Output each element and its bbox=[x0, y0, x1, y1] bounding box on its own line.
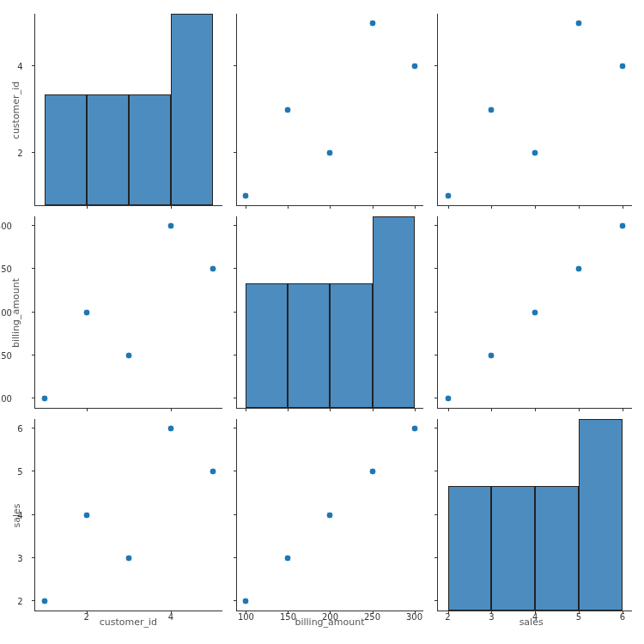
scatter-point bbox=[125, 554, 132, 562]
hist-bar bbox=[246, 283, 288, 408]
panel-sales-vs-sales: 23456 bbox=[430, 414, 632, 617]
panel-customer_id-vs-sales bbox=[430, 9, 632, 211]
hist-bar bbox=[87, 94, 129, 205]
scatter-point bbox=[444, 191, 452, 199]
hist-bar bbox=[373, 216, 415, 408]
scatter-point bbox=[284, 554, 292, 562]
panel-sales-vs-billing_amount: 100150200250300 bbox=[229, 414, 431, 617]
tick-label: 250 bbox=[0, 264, 12, 274]
tick-label: 5 bbox=[17, 467, 22, 477]
scatter-point bbox=[209, 468, 216, 476]
tick-label: 4 bbox=[17, 62, 22, 71]
hist-bar bbox=[288, 283, 330, 408]
scatter-point bbox=[410, 63, 418, 70]
axis-label: billing_amount bbox=[295, 617, 364, 628]
scatter-point bbox=[326, 149, 334, 156]
tick-label: 200 bbox=[0, 307, 12, 317]
tick-label: 100 bbox=[0, 393, 12, 403]
pairplot-grid: customer_id24billing_amount1001502002503… bbox=[0, 0, 644, 644]
xlabel-sales: sales bbox=[430, 617, 632, 639]
axis-label: billing_amount bbox=[11, 277, 22, 347]
hist-bar bbox=[448, 486, 492, 611]
tick-label: 2 bbox=[17, 148, 22, 157]
tick-label: 300 bbox=[0, 222, 12, 231]
tick-label: 2 bbox=[17, 596, 22, 605]
xlabel-customer_id: customer_id bbox=[27, 617, 229, 639]
scatter-point bbox=[40, 597, 48, 605]
scatter-point bbox=[532, 149, 539, 156]
panel-customer_id-vs-customer_id: 24 bbox=[27, 9, 229, 211]
hist-bar bbox=[129, 94, 171, 205]
scatter-point bbox=[82, 308, 90, 316]
scatter-point bbox=[444, 394, 452, 402]
ylabel-customer_id: customer_id bbox=[5, 9, 27, 211]
hist-bar bbox=[491, 486, 535, 611]
scatter-point bbox=[488, 351, 495, 359]
scatter-point bbox=[574, 20, 582, 27]
axis-label: customer_id bbox=[100, 617, 157, 628]
hist-bar bbox=[330, 283, 372, 408]
scatter-point bbox=[410, 425, 418, 433]
scatter-point bbox=[532, 308, 539, 316]
hist-bar bbox=[45, 94, 87, 205]
scatter-point bbox=[125, 351, 132, 359]
scatter-point bbox=[618, 63, 626, 70]
axis-label: customer_id bbox=[11, 81, 22, 138]
tick-label: 3 bbox=[17, 553, 22, 562]
panel-billing_amount-vs-sales bbox=[430, 211, 632, 414]
scatter-point bbox=[242, 597, 250, 605]
scatter-point bbox=[326, 511, 334, 519]
panel-customer_id-vs-billing_amount bbox=[229, 9, 431, 211]
scatter-point bbox=[167, 222, 174, 230]
scatter-point bbox=[82, 511, 90, 519]
scatter-point bbox=[40, 394, 48, 402]
scatter-point bbox=[368, 20, 376, 27]
xlabel-billing_amount: billing_amount bbox=[229, 617, 431, 639]
panel-billing_amount-vs-billing_amount bbox=[229, 211, 431, 414]
scatter-point bbox=[167, 425, 174, 433]
scatter-point bbox=[209, 265, 216, 273]
hist-bar bbox=[171, 14, 213, 205]
panel-sales-vs-customer_id: 2423456 bbox=[27, 414, 229, 617]
tick-label: 6 bbox=[17, 424, 22, 434]
ylabel-sales: sales bbox=[5, 414, 27, 617]
hist-bar bbox=[535, 486, 579, 611]
hist-bar bbox=[579, 419, 623, 611]
scatter-point bbox=[242, 191, 250, 199]
scatter-point bbox=[618, 222, 626, 230]
tick-label: 4 bbox=[17, 510, 22, 519]
tick-label: 150 bbox=[0, 350, 12, 360]
scatter-point bbox=[488, 106, 495, 113]
panel-billing_amount-vs-customer_id: 100150200250300 bbox=[27, 211, 229, 414]
scatter-point bbox=[284, 106, 292, 113]
scatter-point bbox=[574, 265, 582, 273]
axis-label: sales bbox=[519, 617, 544, 628]
scatter-point bbox=[368, 468, 376, 476]
